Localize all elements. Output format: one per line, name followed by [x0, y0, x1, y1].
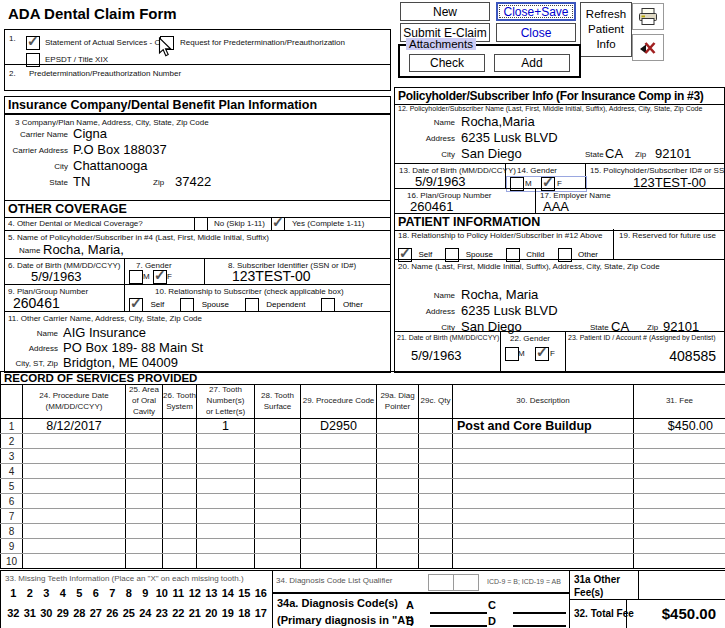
close-save-button[interactable]: Close+Save — [496, 2, 576, 21]
new-button[interactable]: New — [400, 2, 490, 21]
print-button[interactable] — [632, 3, 664, 30]
tooth-number[interactable]: 30 — [38, 607, 55, 619]
add-attachment-button[interactable]: Add — [494, 54, 570, 72]
q12-state-value[interactable]: CA — [605, 146, 623, 161]
relationship-option-label: Spouse — [466, 250, 493, 259]
carrier-zip-value[interactable]: 37422 — [175, 174, 211, 189]
tooth-number[interactable]: 15 — [236, 587, 253, 599]
q11-name-value[interactable]: AIG Insurance — [63, 325, 146, 340]
diagnosis-input-c[interactable] — [513, 602, 566, 614]
q23-account-value[interactable]: 408585 — [669, 348, 716, 364]
tooth-number[interactable]: 16 — [253, 587, 270, 599]
q6-dob-value[interactable]: 5/9/1963 — [31, 269, 82, 284]
checkbox-statement-of-actual-services[interactable] — [26, 36, 40, 50]
checkbox-q7-female[interactable] — [153, 270, 167, 284]
q8-subscriber-id-value[interactable]: 123TEST-00 — [232, 268, 311, 284]
q12-zip-value[interactable]: 92101 — [655, 146, 691, 161]
tooth-number[interactable]: 12 — [187, 587, 204, 599]
tooth-number[interactable]: 13 — [203, 587, 220, 599]
tooth-number[interactable]: 3 — [38, 587, 55, 599]
service-row[interactable]: 3 — [1, 449, 725, 464]
check-attachments-button[interactable]: Check — [409, 54, 485, 72]
tooth-number[interactable]: 1 — [5, 587, 22, 599]
checkbox-other-coverage-yes[interactable] — [271, 217, 285, 231]
tooth-number[interactable]: 6 — [88, 587, 105, 599]
tooth-number[interactable]: 28 — [71, 607, 88, 619]
delete-claim-button[interactable] — [632, 34, 664, 61]
q16-plan-value[interactable]: 260461 — [410, 199, 453, 214]
tooth-number[interactable]: 9 — [137, 587, 154, 599]
relationship-checkbox[interactable] — [180, 298, 194, 312]
service-row[interactable]: 4 — [1, 464, 725, 479]
service-row[interactable]: 6 — [1, 494, 725, 509]
service-row[interactable]: 9 — [1, 539, 725, 554]
tooth-number[interactable]: 2 — [22, 587, 39, 599]
tooth-number[interactable]: 4 — [55, 587, 72, 599]
q11-city-value[interactable]: Bridgton, ME 04009 — [63, 355, 178, 370]
checkbox-q22-male[interactable] — [505, 347, 519, 361]
tooth-number[interactable]: 7 — [104, 587, 121, 599]
service-row[interactable]: 2 — [1, 434, 725, 449]
diagnosis-input-a[interactable] — [430, 602, 487, 614]
q20-address-value[interactable]: 6235 Lusk BLVD — [461, 303, 558, 318]
tooth-number[interactable]: 19 — [220, 607, 237, 619]
tooth-number[interactable]: 29 — [55, 607, 72, 619]
teeth-row-lower[interactable]: 32313029282726252423222120191817 — [5, 607, 269, 619]
service-row[interactable]: 5 — [1, 479, 725, 494]
carrier-name-value[interactable]: Cigna — [73, 126, 107, 141]
q5-name-value[interactable]: Rocha, Maria, — [43, 242, 124, 257]
qualifier-input-2[interactable] — [453, 574, 479, 591]
tooth-number[interactable]: 10 — [154, 587, 171, 599]
checkbox-q7-male[interactable] — [129, 270, 143, 284]
carrier-state-value[interactable]: TN — [73, 174, 90, 189]
tooth-number[interactable]: 23 — [154, 607, 171, 619]
description-cell — [453, 434, 634, 449]
tooth-number[interactable]: 8 — [121, 587, 138, 599]
tooth-number[interactable]: 25 — [121, 607, 138, 619]
diagnosis-input-d[interactable] — [513, 615, 566, 627]
tooth-number[interactable]: 17 — [253, 607, 270, 619]
q11-address-value[interactable]: PO Box 189- 88 Main St — [63, 340, 203, 355]
close-button[interactable]: Close — [496, 23, 576, 42]
teeth-row-upper[interactable]: 12345678910111213141516 — [5, 587, 269, 599]
tooth-number[interactable]: 32 — [5, 607, 22, 619]
q17-employer-value[interactable]: AAA — [543, 199, 569, 214]
q21-dob-value[interactable]: 5/9/1963 — [411, 348, 462, 363]
carrier-city-value[interactable]: Chattanooga — [73, 158, 147, 173]
q20-name-value[interactable]: Rocha, Maria — [461, 287, 538, 302]
tooth-number[interactable]: 26 — [104, 607, 121, 619]
q9-plan-number-value[interactable]: 260461 — [13, 295, 60, 311]
relationship-checkbox[interactable] — [129, 298, 143, 312]
tooth-surface-cell — [255, 539, 301, 554]
carrier-address-value[interactable]: P.O Box 188037 — [73, 142, 167, 157]
tooth-number[interactable]: 24 — [137, 607, 154, 619]
tooth-number[interactable]: 21 — [187, 607, 204, 619]
fee-cell — [634, 554, 725, 569]
relationship-checkbox[interactable] — [245, 298, 259, 312]
relationship-checkbox[interactable] — [321, 298, 335, 312]
area-cell — [126, 464, 163, 479]
tooth-number[interactable]: 20 — [203, 607, 220, 619]
service-row[interactable]: 1 8/12/2017 1 D2950 Post and Core Buildu… — [1, 419, 725, 434]
service-row[interactable]: 8 — [1, 524, 725, 539]
refresh-patient-info-button[interactable]: Refresh Patient Info — [580, 2, 632, 57]
checkbox-q22-female[interactable] — [535, 347, 549, 361]
q13-dob-value[interactable]: 5/9/1963 — [415, 174, 466, 189]
checkbox-other-coverage-no[interactable] — [194, 217, 208, 231]
qty-cell — [419, 434, 453, 449]
tooth-number[interactable]: 18 — [236, 607, 253, 619]
tooth-number[interactable]: 14 — [220, 587, 237, 599]
other-fee-value[interactable] — [642, 573, 723, 598]
diagnosis-input-b[interactable] — [430, 615, 487, 627]
qualifier-input-1[interactable] — [428, 574, 454, 591]
tooth-number[interactable]: 11 — [170, 587, 187, 599]
q12-city-value[interactable]: San Diego — [461, 146, 522, 161]
service-row[interactable]: 10 — [1, 554, 725, 569]
tooth-number[interactable]: 27 — [88, 607, 105, 619]
tooth-number[interactable]: 22 — [170, 607, 187, 619]
tooth-number[interactable]: 31 — [22, 607, 39, 619]
service-row[interactable]: 7 — [1, 509, 725, 524]
q12-name-value[interactable]: Rocha,Maria — [461, 114, 535, 129]
tooth-number[interactable]: 5 — [71, 587, 88, 599]
q12-address-value[interactable]: 6235 Lusk BLVD — [461, 130, 558, 145]
